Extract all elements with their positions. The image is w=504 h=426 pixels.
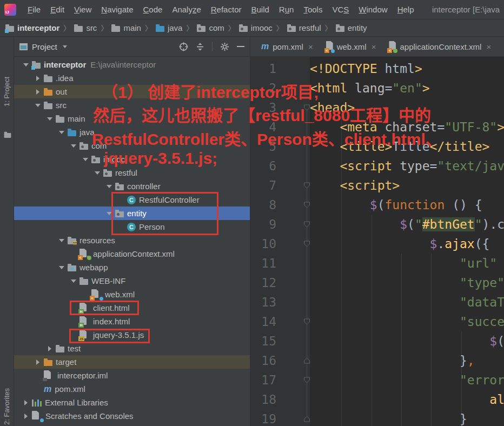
breadcrumb-item-com[interactable]: com	[197, 23, 224, 32]
code-text[interactable]: },	[310, 351, 475, 370]
breadcrumb-item-restful[interactable]: restful	[287, 23, 321, 32]
tree-item-interceptor.iml[interactable]: interceptor.iml	[14, 369, 250, 382]
tool-window-button-favorites[interactable]: 2: Favorites	[3, 388, 11, 425]
menu-item-edit[interactable]: Edit	[45, 5, 69, 14]
close-icon[interactable]: ×	[486, 42, 491, 51]
code-text[interactable]: }	[310, 409, 467, 426]
tab-pom.xml[interactable]: mpom.xml×	[255, 37, 320, 57]
chevron-right-icon[interactable]	[48, 346, 51, 351]
tree-item-index.html[interactable]: Hindex.html	[14, 315, 250, 328]
chevron-down-icon[interactable]	[23, 63, 29, 66]
package-icon	[103, 171, 112, 177]
code-text[interactable]: "succe	[310, 312, 504, 331]
breadcrumb-item-interceptor[interactable]: interceptor	[5, 23, 59, 32]
tree-item-test[interactable]: test	[14, 342, 250, 355]
web-xml-file-icon: <	[91, 289, 102, 299]
chevron-down-icon[interactable]	[59, 131, 64, 134]
code-line-16: 16 },	[250, 351, 504, 370]
tree-item-external-libraries[interactable]: External Libraries	[14, 396, 250, 409]
close-icon[interactable]: ×	[372, 42, 376, 51]
menu-item-vcs[interactable]: VCS	[327, 5, 354, 14]
menu-item-view[interactable]: View	[69, 5, 96, 14]
code-text[interactable]: $.ajax({	[310, 234, 489, 254]
code-text[interactable]: <html lang="en">	[310, 78, 430, 98]
chevron-down-icon[interactable]	[107, 185, 112, 188]
fold-marker-icon[interactable]	[303, 241, 310, 248]
code-text[interactable]: al	[310, 390, 504, 409]
gear-icon[interactable]	[220, 42, 229, 51]
tree-item-applicationcontext.xml[interactable]: <applicationContext.xml	[14, 247, 250, 261]
chevron-down-icon[interactable]	[71, 144, 76, 148]
tree-item-webapp[interactable]: webapp	[14, 261, 250, 274]
menu-item-build[interactable]: Build	[246, 5, 274, 14]
line-number: 10	[250, 234, 276, 254]
tree-item-web.xml[interactable]: <web.xml	[14, 288, 250, 301]
tree-item-restful[interactable]: restful	[14, 166, 250, 179]
line-number: 7	[250, 176, 276, 195]
locate-file-icon[interactable]	[179, 42, 188, 51]
breadcrumb-item-main[interactable]: main	[111, 23, 141, 32]
tree-item-resources[interactable]: resources	[14, 234, 250, 247]
menu-item-analyze[interactable]: Analyze	[167, 5, 205, 14]
tool-window-button-project[interactable]: 1: Project	[3, 77, 11, 106]
chevron-right-icon[interactable]	[24, 414, 28, 419]
code-line-12: 12 "type"	[250, 273, 504, 292]
menu-item-window[interactable]: Window	[354, 5, 392, 14]
code-text[interactable]: $("#btnGet").c	[310, 215, 504, 234]
tree-item-pom.xml[interactable]: mpom.xml	[14, 382, 250, 396]
chevron-right-icon[interactable]	[36, 76, 39, 81]
code-text[interactable]: <!DOCTYPE html>	[310, 59, 422, 78]
breadcrumb-item-entity[interactable]: entity	[336, 23, 367, 32]
iml-file-icon	[44, 370, 54, 381]
tree-item-web-inf[interactable]: WEB-INF	[14, 274, 250, 288]
menu-item-tools[interactable]: Tools	[299, 5, 327, 14]
collapse-all-icon[interactable]	[196, 42, 204, 51]
chevron-down-icon[interactable]	[59, 266, 64, 269]
code-text[interactable]: "dataT	[310, 292, 504, 312]
fold-marker-icon[interactable]	[303, 182, 310, 189]
code-text[interactable]: "url"	[310, 254, 497, 273]
chevron-right-icon[interactable]	[24, 400, 28, 405]
tree-item-target[interactable]: target	[14, 355, 250, 369]
fold-marker-icon[interactable]	[303, 377, 310, 384]
minimize-icon[interactable]	[237, 45, 244, 48]
menu-item-file[interactable]: File	[23, 5, 45, 14]
code-text[interactable]: <script>	[310, 176, 400, 195]
code-text[interactable]: $(function () {	[310, 195, 482, 215]
fold-marker-icon[interactable]	[303, 357, 310, 364]
tab-applicationContext.xml[interactable]: <applicationContext.xml×	[382, 37, 498, 57]
breadcrumb-item-src[interactable]: src	[74, 23, 97, 32]
chevron-down-icon[interactable]	[59, 239, 64, 242]
chevron-down-icon[interactable]	[35, 104, 41, 107]
chevron-right-icon[interactable]	[36, 360, 39, 365]
fold-marker-icon[interactable]	[303, 202, 310, 209]
close-icon[interactable]: ×	[308, 42, 313, 51]
chevron-right-icon[interactable]	[36, 89, 39, 95]
menu-item-run[interactable]: Run	[274, 5, 299, 14]
menu-item-navigate[interactable]: Navigate	[96, 5, 138, 14]
chevron-down-icon[interactable]	[83, 158, 88, 161]
menu-item-refactor[interactable]: Refactor	[206, 5, 247, 14]
fold-marker-icon[interactable]	[303, 318, 310, 325]
tree-item-scratches-and-consoles[interactable]: Scratches and Consoles	[14, 409, 250, 423]
menu-item-code[interactable]: Code	[138, 5, 168, 14]
chevron-down-icon[interactable]	[95, 171, 100, 175]
code-text[interactable]: <script type="text/jav	[310, 156, 504, 176]
resources-folder-icon	[68, 238, 76, 244]
breadcrumb-item-java[interactable]: java	[156, 23, 183, 32]
chevron-down-icon[interactable]	[47, 117, 52, 121]
code-text[interactable]: $(	[310, 331, 504, 351]
code-text[interactable]: "error	[310, 370, 504, 390]
fold-marker-icon[interactable]	[303, 221, 310, 228]
fold-marker-icon[interactable]	[303, 416, 310, 423]
tab-web.xml[interactable]: <web.xml×	[320, 37, 383, 57]
annotation-text-4: jquery-3.5.1.js;	[104, 149, 217, 168]
tree-item-controller[interactable]: controller	[14, 179, 250, 193]
chevron-down-icon[interactable]	[71, 279, 76, 283]
source-root-folder-icon	[68, 130, 76, 136]
tree-item-interceptor[interactable]: interceptorE:\java\interceptor	[14, 58, 250, 71]
breadcrumb-item-imooc[interactable]: imooc	[239, 23, 273, 32]
menu-item-help[interactable]: Help	[393, 5, 419, 14]
project-view-selector[interactable]: Project	[19, 42, 67, 51]
code-text[interactable]: "type"	[310, 273, 504, 292]
